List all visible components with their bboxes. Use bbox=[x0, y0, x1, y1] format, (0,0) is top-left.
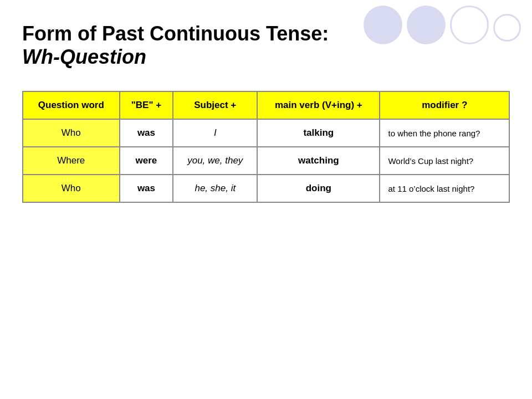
cell-main-verb: doing bbox=[257, 175, 380, 202]
header-subject: Subject + bbox=[173, 91, 257, 119]
cell-subject: you, we, they bbox=[173, 147, 257, 175]
cell-main-verb: watching bbox=[257, 147, 380, 175]
cell-main-verb: talking bbox=[257, 119, 380, 147]
circle-1 bbox=[364, 6, 402, 44]
cell-be: were bbox=[120, 147, 173, 175]
table-row: WhowasItalkingto when the phone rang? bbox=[23, 119, 509, 147]
cell-subject: he, she, it bbox=[173, 175, 257, 202]
circle-4 bbox=[493, 14, 521, 42]
header-question-word: Question word bbox=[23, 91, 120, 119]
cell-be: was bbox=[120, 175, 173, 202]
cell-modifier: to when the phone rang? bbox=[380, 119, 509, 147]
header-modifier: modifier ? bbox=[380, 91, 509, 119]
cell-question-word: Where bbox=[23, 147, 120, 175]
circle-2 bbox=[407, 6, 446, 44]
decorative-circles bbox=[364, 6, 521, 44]
header-be: "BE" + bbox=[120, 91, 173, 119]
table-header-row: Question word "BE" + Subject + main verb… bbox=[23, 91, 509, 119]
table-row: Wherewereyou, we, theywatchingWorld’s Cu… bbox=[23, 147, 509, 175]
cell-be: was bbox=[120, 119, 173, 147]
header-main-verb: main verb (V+ing) + bbox=[257, 91, 380, 119]
page-container: Form of Past Continuous Tense: Wh-Questi… bbox=[0, 0, 532, 399]
cell-question-word: Who bbox=[23, 175, 120, 202]
cell-question-word: Who bbox=[23, 119, 120, 147]
title-line2: Wh-Question bbox=[22, 45, 510, 69]
grammar-table: Question word "BE" + Subject + main verb… bbox=[22, 91, 510, 203]
table-row: Whowashe, she, itdoingat 11 o’clock last… bbox=[23, 175, 509, 202]
cell-modifier: World’s Cup last night? bbox=[380, 147, 509, 175]
cell-subject: I bbox=[173, 119, 257, 147]
cell-modifier: at 11 o’clock last night? bbox=[380, 175, 509, 202]
circle-3 bbox=[450, 6, 489, 44]
